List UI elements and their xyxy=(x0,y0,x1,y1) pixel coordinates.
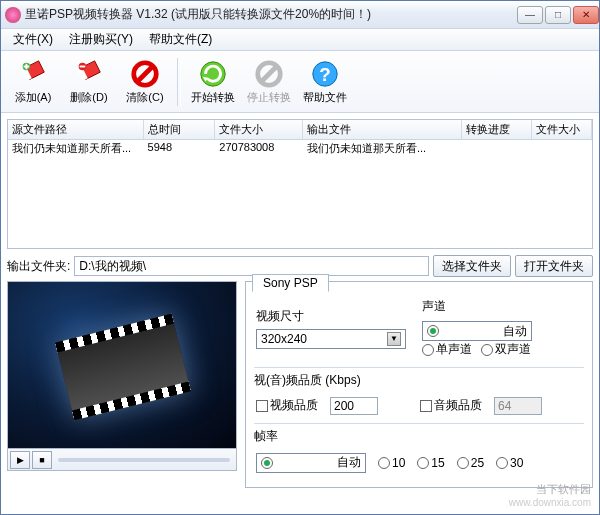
preview-controls: ▶ ■ xyxy=(7,449,237,471)
delete-icon xyxy=(74,59,104,89)
help-icon: ? xyxy=(310,59,340,89)
file-list[interactable]: 源文件路径 总时间 文件大小 输出文件 转换进度 文件大小 我们仍未知道那天所看… xyxy=(7,119,593,249)
tab-sony-psp[interactable]: Sony PSP xyxy=(252,274,329,292)
minimize-button[interactable]: — xyxy=(517,6,543,24)
fps-15-radio[interactable]: 15 xyxy=(417,456,444,470)
choose-folder-button[interactable]: 选择文件夹 xyxy=(433,255,511,277)
help-file-button[interactable]: ? 帮助文件 xyxy=(297,54,353,110)
menu-register[interactable]: 注册购买(Y) xyxy=(61,29,141,50)
maximize-button[interactable]: □ xyxy=(545,6,571,24)
fps-auto-radio[interactable]: 自动 xyxy=(256,453,366,473)
audio-quality-input[interactable]: 64 xyxy=(494,397,542,415)
audio-quality-checkbox[interactable]: 音频品质 xyxy=(420,397,482,414)
video-quality-input[interactable]: 200 xyxy=(330,397,378,415)
col-progress[interactable]: 转换进度 xyxy=(462,120,532,139)
settings-panel: Sony PSP 视频尺寸 320x240▼ 声道 自动 单声道 双声道 xyxy=(245,281,593,488)
channel-stereo-radio[interactable]: 双声道 xyxy=(481,341,531,358)
list-row[interactable]: 我们仍未知道那天所看... 5948 270783008 我们仍未知道那天所看.… xyxy=(8,140,592,158)
play-icon xyxy=(198,59,228,89)
svg-text:?: ? xyxy=(319,63,330,84)
video-size-select[interactable]: 320x240▼ xyxy=(256,329,406,349)
col-output[interactable]: 输出文件 xyxy=(303,120,462,139)
toolbar-separator xyxy=(177,58,181,106)
svg-line-3 xyxy=(138,66,153,81)
output-label: 输出文件夹: xyxy=(7,258,70,275)
add-icon xyxy=(18,59,48,89)
play-button[interactable]: ▶ xyxy=(10,451,30,469)
stop-button[interactable]: ■ xyxy=(32,451,52,469)
titlebar: 里诺PSP视频转换器 V1.32 (试用版只能转换源文件20%的时间！) — □… xyxy=(1,1,599,29)
stop-icon xyxy=(254,59,284,89)
menu-help[interactable]: 帮助文件(Z) xyxy=(141,29,220,50)
app-window: 里诺PSP视频转换器 V1.32 (试用版只能转换源文件20%的时间！) — □… xyxy=(0,0,600,515)
channel-label: 声道 xyxy=(422,298,582,315)
video-size-label: 视频尺寸 xyxy=(256,308,416,325)
menu-file[interactable]: 文件(X) xyxy=(5,29,61,50)
toolbar: 添加(A) 删除(D) 清除(C) 开始转换 停止转换 ? 帮助文件 xyxy=(1,51,599,113)
menubar: 文件(X) 注册购买(Y) 帮助文件(Z) xyxy=(1,29,599,51)
list-header: 源文件路径 总时间 文件大小 输出文件 转换进度 文件大小 xyxy=(8,120,592,140)
fps-25-radio[interactable]: 25 xyxy=(457,456,484,470)
stop-convert-button[interactable]: 停止转换 xyxy=(241,54,297,110)
video-quality-checkbox[interactable]: 视频品质 xyxy=(256,397,318,414)
add-button[interactable]: 添加(A) xyxy=(5,54,61,110)
delete-button[interactable]: 删除(D) xyxy=(61,54,117,110)
clear-icon xyxy=(130,59,160,89)
col-size[interactable]: 文件大小 xyxy=(215,120,303,139)
window-title: 里诺PSP视频转换器 V1.32 (试用版只能转换源文件20%的时间！) xyxy=(25,6,515,23)
fps-10-radio[interactable]: 10 xyxy=(378,456,405,470)
svg-line-6 xyxy=(262,66,277,81)
start-convert-button[interactable]: 开始转换 xyxy=(185,54,241,110)
filmstrip-icon xyxy=(55,314,191,421)
preview-panel xyxy=(7,281,237,449)
output-path-field[interactable]: D:\我的视频\ xyxy=(74,256,429,276)
clear-button[interactable]: 清除(C) xyxy=(117,54,173,110)
open-folder-button[interactable]: 打开文件夹 xyxy=(515,255,593,277)
channel-auto-radio[interactable]: 自动 xyxy=(422,321,532,341)
fps-label: 帧率 xyxy=(254,428,584,445)
fps-30-radio[interactable]: 30 xyxy=(496,456,523,470)
app-icon xyxy=(5,7,21,23)
col-duration[interactable]: 总时间 xyxy=(144,120,216,139)
seek-slider[interactable] xyxy=(58,458,230,462)
col-outsize[interactable]: 文件大小 xyxy=(532,120,592,139)
quality-label: 视(音)频品质 (Kbps) xyxy=(254,372,584,389)
chevron-down-icon: ▼ xyxy=(387,332,401,346)
close-button[interactable]: ✕ xyxy=(573,6,599,24)
col-source[interactable]: 源文件路径 xyxy=(8,120,144,139)
channel-mono-radio[interactable]: 单声道 xyxy=(422,341,472,358)
